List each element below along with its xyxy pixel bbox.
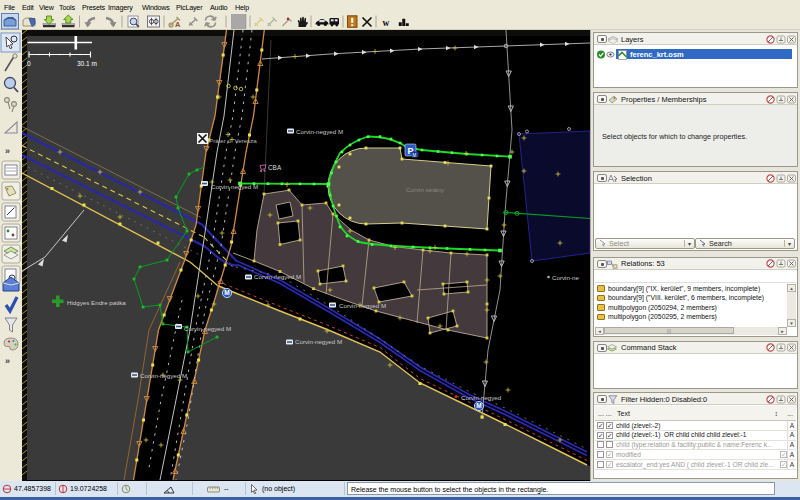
svg-text:Corvin-negyed M: Corvin-negyed M <box>184 325 231 332</box>
svg-text:Corvin sétány: Corvin sétány <box>406 186 445 193</box>
svg-text:30.1 m: 30.1 m <box>77 60 97 67</box>
svg-text:A: A <box>175 20 181 29</box>
svg-text:Corvin-negyed M: Corvin-negyed M <box>211 183 258 190</box>
svg-text:Corvin-negyed: Corvin-negyed <box>461 394 502 401</box>
svg-text:Corvin-negyed M: Corvin-negyed M <box>295 338 342 345</box>
svg-text:»: » <box>5 356 10 366</box>
svg-text:M: M <box>413 153 417 158</box>
svg-text:w: w <box>383 18 390 28</box>
svg-text:Corvin-negyed M: Corvin-negyed M <box>339 302 386 309</box>
svg-text:Corvin-negyed M: Corvin-negyed M <box>254 273 301 280</box>
svg-text:Corvin-negyed M: Corvin-negyed M <box>296 128 343 135</box>
svg-text:Corvin-ne: Corvin-ne <box>552 274 579 281</box>
svg-text:Corvin-negyed M: Corvin-negyed M <box>140 372 187 379</box>
svg-text:0: 0 <box>27 60 31 67</box>
svg-text:M: M <box>224 289 229 296</box>
svg-text:»: » <box>5 146 10 156</box>
svg-text:CBA: CBA <box>268 164 282 171</box>
svg-text:Práter u. Veresza: Práter u. Veresza <box>209 137 257 144</box>
svg-text:M: M <box>476 402 481 409</box>
svg-text:Hidgyes Endre patika: Hidgyes Endre patika <box>67 299 126 306</box>
